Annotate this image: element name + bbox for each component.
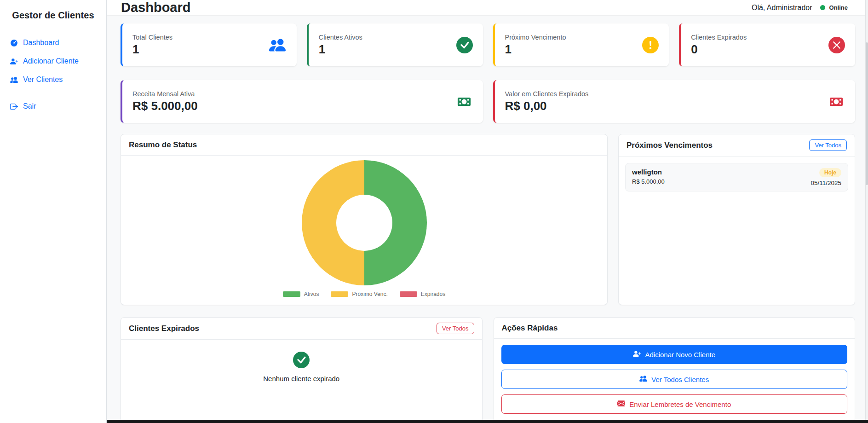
sign-out-icon bbox=[10, 103, 18, 110]
speedometer-icon bbox=[10, 39, 18, 47]
client-amount: R$ 5.000,00 bbox=[632, 178, 665, 185]
app-root: Gestor de Clientes Dashboard Adicionar C… bbox=[0, 0, 868, 423]
window-bottom-edge bbox=[107, 420, 868, 423]
panel-title: Resumo de Status bbox=[129, 140, 197, 150]
check-circle-icon bbox=[293, 352, 310, 368]
stat-card-total-clientes: Total Clientes 1 bbox=[121, 23, 297, 66]
legend-swatch bbox=[400, 291, 417, 297]
main-area: Dashboard Olá, Administrador Online Tota… bbox=[107, 0, 868, 423]
stat-card-valor-expirados: Valor em Clientes Expirados R$ 0,00 bbox=[493, 80, 856, 123]
chart-legend: Ativos Próximo Venc. Expirados bbox=[283, 291, 445, 297]
legend-label: Ativos bbox=[304, 291, 319, 297]
legend-label: Expirados bbox=[421, 291, 445, 297]
stat-value: 1 bbox=[505, 43, 643, 56]
sidebar: Gestor de Clientes Dashboard Adicionar C… bbox=[0, 0, 107, 423]
client-name: welligton bbox=[632, 168, 665, 176]
stat-card-clientes-ativos: Clientes Ativos 1 bbox=[307, 23, 483, 66]
status-summary-panel: Resumo de Status Ativos bbox=[121, 134, 608, 305]
quick-actions-body: Adicionar Novo Cliente Ver Todos Cliente… bbox=[494, 339, 855, 423]
middle-panels: Resumo de Status Ativos bbox=[121, 134, 855, 305]
sidebar-item-dashboard[interactable]: Dashboard bbox=[10, 34, 96, 52]
stat-value: R$ 0,00 bbox=[505, 99, 828, 113]
legend-item-expirados: Expirados bbox=[400, 291, 445, 297]
page-scrollbar[interactable] bbox=[865, 0, 868, 423]
scrollbar-thumb[interactable] bbox=[866, 42, 868, 185]
sidebar-item-label: Dashboard bbox=[23, 39, 59, 47]
legend-swatch bbox=[331, 291, 348, 297]
view-all-clients-button[interactable]: Ver Todos Clientes bbox=[501, 370, 848, 389]
user-area: Olá, Administrador Online bbox=[752, 4, 848, 12]
empty-message: Nenhum cliente expirado bbox=[263, 375, 339, 382]
sidebar-item-ver-clientes[interactable]: Ver Clientes bbox=[10, 70, 96, 89]
stat-label: Próximo Vencimento bbox=[505, 34, 643, 41]
bottom-panels: Clientes Expirados Ver Todos Nenhum clie… bbox=[121, 317, 855, 423]
legend-swatch bbox=[283, 291, 300, 297]
send-reminders-button[interactable]: Enviar Lembretes de Vencimento bbox=[501, 394, 848, 414]
sidebar-item-sair[interactable]: Sair bbox=[10, 97, 96, 116]
stat-value: 1 bbox=[132, 43, 268, 56]
list-item[interactable]: welligton R$ 5.000,00 Hoje 05/11/2025 bbox=[625, 163, 848, 191]
cash-icon bbox=[828, 95, 845, 109]
stats-row: Total Clientes 1 Clientes Ativos 1 bbox=[121, 23, 855, 66]
stat-card-clientes-expirados: Clientes Expirados 0 bbox=[679, 23, 855, 66]
due-badge: Hoje bbox=[819, 168, 841, 177]
legend-item-proximo-venc: Próximo Venc. bbox=[331, 291, 387, 297]
people-icon bbox=[10, 76, 18, 84]
expired-empty-state: Nenhum cliente expirado bbox=[121, 340, 482, 382]
stat-label: Valor em Clientes Expirados bbox=[505, 90, 828, 98]
people-icon bbox=[268, 37, 287, 53]
envelope-icon bbox=[617, 400, 625, 409]
quick-actions-panel: Ações Rápidas Adicionar Novo Cliente bbox=[494, 317, 856, 423]
button-label: Adicionar Novo Cliente bbox=[645, 351, 715, 359]
money-stats-row: Receita Mensal Ativa R$ 5.000,00 Valor e… bbox=[121, 80, 855, 123]
due-date: 05/11/2025 bbox=[811, 180, 841, 186]
online-dot bbox=[820, 5, 825, 10]
status-chart-body: Ativos Próximo Venc. Expirados bbox=[121, 156, 607, 304]
stat-label: Clientes Expirados bbox=[691, 34, 828, 41]
stat-value: 1 bbox=[319, 43, 456, 56]
stat-value: 0 bbox=[691, 43, 828, 56]
sidebar-nav: Dashboard Adicionar Cliente Ver Clientes… bbox=[0, 29, 106, 120]
stat-label: Total Clientes bbox=[132, 34, 268, 41]
header: Dashboard Olá, Administrador Online bbox=[107, 0, 868, 15]
upcoming-list: welligton R$ 5.000,00 Hoje 05/11/2025 bbox=[619, 156, 855, 198]
upcoming-panel: Próximos Vencimentos Ver Todos welligton… bbox=[618, 134, 855, 305]
greeting-text: Olá, Administrador bbox=[752, 4, 812, 12]
legend-item-ativos: Ativos bbox=[283, 291, 319, 297]
donut-chart bbox=[302, 160, 427, 285]
stat-label: Receita Mensal Ativa bbox=[132, 90, 455, 98]
legend-label: Próximo Venc. bbox=[352, 291, 387, 297]
panel-title: Próximos Vencimentos bbox=[627, 141, 713, 150]
x-circle-icon bbox=[828, 37, 845, 53]
button-label: Enviar Lembretes de Vencimento bbox=[629, 400, 731, 408]
dashboard-content: Total Clientes 1 Clientes Ativos 1 bbox=[107, 15, 868, 423]
cash-icon bbox=[455, 95, 473, 109]
stat-label: Clientes Ativos bbox=[319, 34, 456, 41]
expired-panel: Clientes Expirados Ver Todos Nenhum clie… bbox=[121, 317, 483, 423]
panel-title: Clientes Expirados bbox=[129, 324, 199, 333]
panel-title: Ações Rápidas bbox=[502, 324, 558, 333]
add-new-client-button[interactable]: Adicionar Novo Cliente bbox=[501, 345, 848, 364]
sidebar-item-adicionar-cliente[interactable]: Adicionar Cliente bbox=[10, 52, 96, 70]
exclamation-circle-icon bbox=[642, 37, 659, 53]
people-icon bbox=[639, 375, 647, 384]
upcoming-view-all-button[interactable]: Ver Todos bbox=[809, 139, 847, 151]
sidebar-item-label: Sair bbox=[23, 102, 36, 110]
stat-value: R$ 5.000,00 bbox=[132, 99, 455, 113]
expired-view-all-button[interactable]: Ver Todos bbox=[437, 323, 474, 334]
person-plus-icon bbox=[10, 58, 18, 65]
donut-hole bbox=[336, 195, 392, 251]
sidebar-item-label: Adicionar Cliente bbox=[23, 57, 79, 65]
check-circle-icon bbox=[456, 37, 473, 53]
page-title: Dashboard bbox=[121, 0, 190, 15]
button-label: Ver Todos Clientes bbox=[651, 376, 709, 383]
person-plus-icon bbox=[633, 350, 641, 359]
stat-card-receita-mensal: Receita Mensal Ativa R$ 5.000,00 bbox=[121, 80, 483, 123]
online-status: Online bbox=[829, 4, 848, 11]
stat-card-proximo-vencimento: Próximo Vencimento 1 bbox=[493, 23, 669, 66]
sidebar-item-label: Ver Clientes bbox=[23, 75, 63, 84]
app-title: Gestor de Clientes bbox=[0, 0, 106, 29]
